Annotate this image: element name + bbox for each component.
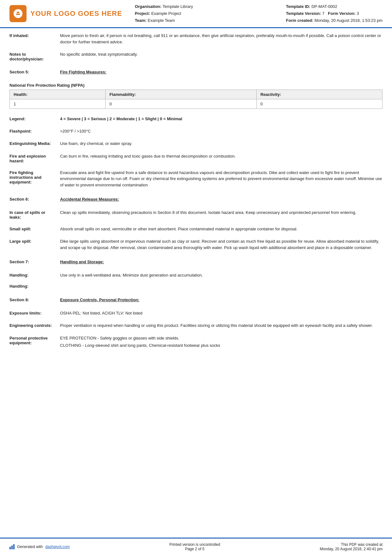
section5-value: Fire Fighting Measures: <box>60 69 383 75</box>
flashpoint-value: >200°F / >100°C <box>60 128 383 134</box>
section8-value: Exposure Controls, Personal Protection: <box>60 297 383 303</box>
fire-explosion-label: Fire and explosion hazard: <box>9 153 60 163</box>
small-spill-label: Small spill: <box>9 226 60 232</box>
footer-left: Generated with dashpivot.com <box>9 544 70 549</box>
extinguishing-label: Extinguishing Media: <box>9 140 60 147</box>
extinguishing-value: Use foam, dry chemical, or water spray. <box>60 140 383 147</box>
flashpoint-row: Flashpoint: >200°F / >100°C <box>9 125 383 138</box>
project-value: Example Project <box>151 11 181 16</box>
nfpa-section: National Fire Protection Rating (NFPA) H… <box>9 78 383 114</box>
main-content: If inhaled: Move person to fresh air, if… <box>0 28 392 538</box>
large-spill-label: Large spill: <box>9 238 60 251</box>
section6-label: Section 6: <box>9 196 60 203</box>
bar2 <box>11 546 13 549</box>
page-header: YOUR LOGO GOES HERE Organisation: Templa… <box>0 0 392 28</box>
if-inhaled-label: If inhaled: <box>9 33 60 45</box>
extinguishing-row: Extinguishing Media: Use foam, dry chemi… <box>9 137 383 150</box>
legend-value: 4 = Severe | 3 = Serious | 2 = Moderate … <box>60 116 182 121</box>
fire-explosion-value: Can burn in fire, releasing irritating a… <box>60 153 383 163</box>
section7-label: Section 7: <box>9 259 60 265</box>
nfpa-flammability-value: 0 <box>106 99 257 109</box>
spills-value: Clean up spills immediately, observing p… <box>60 209 383 220</box>
section8-label: Section 8: <box>9 297 60 303</box>
nfpa-table: Health: Flammability: Reactivity: 1 0 0 <box>9 90 383 109</box>
small-spill-value: Absorb small spills on sand, vermiculite… <box>60 226 383 232</box>
personal-value1: EYE PROTECTION - Safety goggles or glass… <box>60 335 383 341</box>
template-id-line: Template ID: DP-MAT-0002 <box>286 3 383 10</box>
large-spill-value: Dike large spills using absorbent or imp… <box>60 238 383 251</box>
fire-fighting-label: Fire fighting instructions and equipment… <box>9 170 60 188</box>
project-label: Project: <box>135 11 150 16</box>
project-line: Project: Example Project <box>135 10 279 17</box>
exposure-row: Exposure limits: OSHA PEL: Not listed, A… <box>9 306 383 320</box>
nfpa-health-header: Health: <box>10 90 106 99</box>
form-created-line: Form created: Monday, 20 August 2018, 1:… <box>286 17 383 24</box>
form-created-label: Form created: <box>286 18 314 23</box>
legend-row: Legend: 4 = Severe | 3 = Serious | 2 = M… <box>9 114 383 125</box>
team-label: Team: <box>135 18 146 23</box>
fire-fighting-value: Evacuate area and fight fire upwind from… <box>60 170 383 188</box>
logo-svg <box>12 8 24 19</box>
section7-row: Section 7: Handling and Storage: <box>9 254 383 268</box>
nfpa-flammability-header: Flammability: <box>106 90 257 99</box>
nfpa-health-value: 1 <box>10 99 106 109</box>
bar1 <box>9 547 11 549</box>
nfpa-reactivity-value: 0 <box>256 99 382 109</box>
page-number: Page 2 of 5 <box>169 547 220 551</box>
logo-icon <box>9 5 27 22</box>
page-footer: Generated with dashpivot.com Printed ver… <box>0 538 392 555</box>
small-spill-row: Small spill: Absorb small spills on sand… <box>9 223 383 235</box>
team-value: Example Team <box>148 18 175 23</box>
template-id-label: Template ID: <box>286 4 310 9</box>
section6-row: Section 6: Accidental Release Measures: <box>9 191 383 206</box>
form-created-value: Monday, 20 August 2018, 1:53:23 pm <box>315 18 383 23</box>
if-inhaled-value: Move person to fresh air, if person is n… <box>60 33 383 45</box>
bar3 <box>13 544 15 549</box>
section5-label: Section 5: <box>9 69 60 75</box>
engineering-value: Proper ventilation is required when hand… <box>60 322 383 329</box>
exposure-value: OSHA PEL: Not listed, ACIGH TLV: Not lis… <box>60 310 383 316</box>
nfpa-heading: National Fire Protection Rating (NFPA) <box>9 83 383 88</box>
form-version-label: Form Version: <box>328 11 355 16</box>
handling1-label: Handling: <box>9 272 60 278</box>
org-line: Organisation: Template Library <box>135 3 279 10</box>
handling2-label: Handling: <box>9 283 60 289</box>
template-version-value: 7 <box>322 11 324 16</box>
form-version-value: 3 <box>357 11 359 16</box>
footer-bars-icon <box>9 544 15 549</box>
footer-link[interactable]: dashpivot.com <box>45 545 70 549</box>
fire-explosion-row: Fire and explosion hazard: Can burn in f… <box>9 150 383 166</box>
org-label: Organisation: <box>135 4 162 9</box>
version-line: Template Version: 7 Form Version: 3 <box>286 10 383 17</box>
spills-row: In case of spills or leaks: Clean up spi… <box>9 206 383 223</box>
handling1-row: Handling: Use only in a well-ventilated … <box>9 268 383 282</box>
engineering-label: Engineering controls: <box>9 322 60 329</box>
template-id-value: DP-MAT-0002 <box>311 4 337 9</box>
notes-row: Notes to doctor/physician: No specific a… <box>9 48 383 65</box>
section5-row: Section 5: Fire Fighting Measures: <box>9 65 383 78</box>
pdf-created-line1: This PDF was created at <box>320 542 383 547</box>
team-line: Team: Example Team <box>135 17 279 24</box>
footer-center: Printed version is uncontrolled Page 2 o… <box>169 542 220 551</box>
uncontrolled-text: Printed version is uncontrolled <box>169 542 220 547</box>
template-version-label: Template Version: <box>286 11 321 16</box>
logo-text: YOUR LOGO GOES HERE <box>30 9 122 18</box>
large-spill-row: Large spill: Dike large spills using abs… <box>9 235 383 254</box>
personal-label: Personal protective equipment: <box>9 335 60 349</box>
notes-value: No specific antidote, treat symptomatica… <box>60 51 383 61</box>
header-meta-center: Organisation: Template Library Project: … <box>128 3 279 24</box>
handling2-row: Handling: <box>9 281 383 292</box>
logo-area: YOUR LOGO GOES HERE <box>9 3 122 24</box>
spills-label: In case of spills or leaks: <box>9 209 60 220</box>
nfpa-reactivity-header: Reactivity: <box>256 90 382 99</box>
exposure-label: Exposure limits: <box>9 310 60 316</box>
generated-text: Generated with <box>17 545 43 549</box>
flashpoint-label: Flashpoint: <box>9 128 60 134</box>
footer-right: This PDF was created at Monday, 20 Augus… <box>320 542 383 551</box>
handling2-value <box>60 283 383 289</box>
fire-fighting-row: Fire fighting instructions and equipment… <box>9 166 383 191</box>
personal-value2: CLOTHING - Long-sleeved shirt and long p… <box>60 342 383 349</box>
pdf-created-line2: Monday, 20 August 2018, 2:40:41 pm <box>320 547 383 551</box>
org-value: Template Library <box>162 4 193 9</box>
section8-row: Section 8: Exposure Controls, Personal P… <box>9 292 383 306</box>
